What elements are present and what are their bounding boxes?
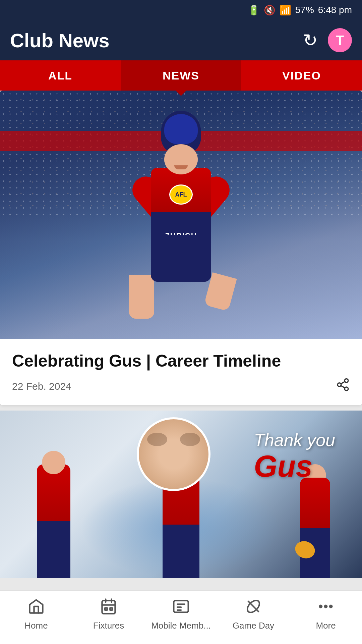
mute-icon: 🔇: [264, 5, 276, 16]
news-card-1-date: 22 Feb. 2024: [12, 381, 71, 392]
header-actions: ↻ T: [303, 28, 352, 52]
page-title: Club News: [10, 29, 110, 52]
sp1-body: [37, 464, 70, 578]
svg-line-16: [248, 601, 258, 611]
svg-line-3: [341, 386, 345, 388]
nav-item-fixtures[interactable]: Fixtures: [72, 598, 145, 631]
thank-you-overlay: Thank you Gus: [254, 431, 335, 483]
nav-item-gameday[interactable]: Game Day: [217, 598, 290, 631]
small-player-1: [27, 451, 80, 578]
time: 6:48 pm: [318, 5, 352, 15]
battery-percent: 57%: [295, 5, 314, 15]
nav-fixtures-label: Fixtures: [93, 621, 124, 631]
tab-bar: ALL NEWS VIDEO: [0, 60, 362, 91]
nav-home-label: Home: [24, 621, 48, 631]
more-icon: [317, 598, 335, 618]
svg-rect-10: [110, 608, 112, 610]
thank-you-line2: Gus: [254, 450, 335, 483]
svg-point-17: [320, 605, 322, 608]
news-card-1-content: Celebrating Gus | Career Timeline 22 Feb…: [0, 339, 362, 405]
app-header: Club News ↻ T: [0, 20, 362, 60]
svg-point-19: [330, 605, 332, 608]
status-icons: 🔋 🔇 📶 57% 6:48 pm: [248, 5, 352, 16]
svg-rect-5: [102, 601, 115, 614]
bottom-nav: Home Fixtures Mobile Memb...: [0, 590, 362, 644]
tab-video[interactable]: VIDEO: [241, 60, 362, 91]
athlete-figure: ZURICH AFL: [111, 111, 251, 339]
thank-you-line1: Thank you: [254, 430, 335, 450]
tab-news[interactable]: NEWS: [121, 60, 241, 91]
news-card-1[interactable]: ZURICH AFL Celebrating Gus | Career Time…: [0, 91, 362, 405]
news-card-1-meta: 22 Feb. 2024: [12, 378, 350, 395]
wifi-icon: 📶: [280, 5, 291, 16]
jersey-afl-logo: AFL: [169, 184, 193, 205]
nav-gameday-label: Game Day: [233, 621, 274, 631]
player-face: [164, 144, 198, 174]
nav-item-more[interactable]: More: [290, 598, 362, 631]
main-content: ZURICH AFL Celebrating Gus | Career Time…: [0, 91, 362, 590]
sp1-head: [42, 451, 65, 474]
battery-icon: 🔋: [248, 5, 260, 16]
svg-point-18: [325, 605, 327, 608]
home-icon: [27, 598, 45, 618]
nav-membership-label: Mobile Memb...: [151, 621, 211, 631]
news-card-2-image: Thank you Gus: [0, 411, 362, 578]
nav-item-home[interactable]: Home: [0, 598, 72, 631]
gameday-icon: [245, 598, 262, 618]
telstra-logo: T: [328, 28, 352, 52]
nav-more-label: More: [316, 621, 336, 631]
svg-line-4: [341, 381, 345, 384]
player-shorts: [151, 235, 211, 282]
fixtures-icon: [100, 598, 117, 618]
refresh-icon[interactable]: ↻: [303, 30, 318, 50]
svg-rect-9: [105, 608, 107, 610]
news-card-1-image: ZURICH AFL: [0, 91, 362, 339]
tab-all[interactable]: ALL: [0, 60, 121, 91]
sp3-body: [300, 478, 330, 578]
news-card-2[interactable]: Thank you Gus: [0, 411, 362, 578]
news-card-1-title: Celebrating Gus | Career Timeline: [12, 351, 350, 371]
membership-icon: [172, 598, 190, 618]
player-torso: ZURICH: [151, 168, 211, 241]
player-big-face: [137, 417, 210, 491]
player-leg-left: [129, 275, 154, 319]
athlete-container: ZURICH AFL: [0, 91, 362, 339]
share-icon[interactable]: [336, 378, 350, 395]
status-bar: 🔋 🔇 📶 57% 6:48 pm: [0, 0, 362, 20]
nav-item-membership[interactable]: Mobile Memb...: [145, 598, 217, 631]
